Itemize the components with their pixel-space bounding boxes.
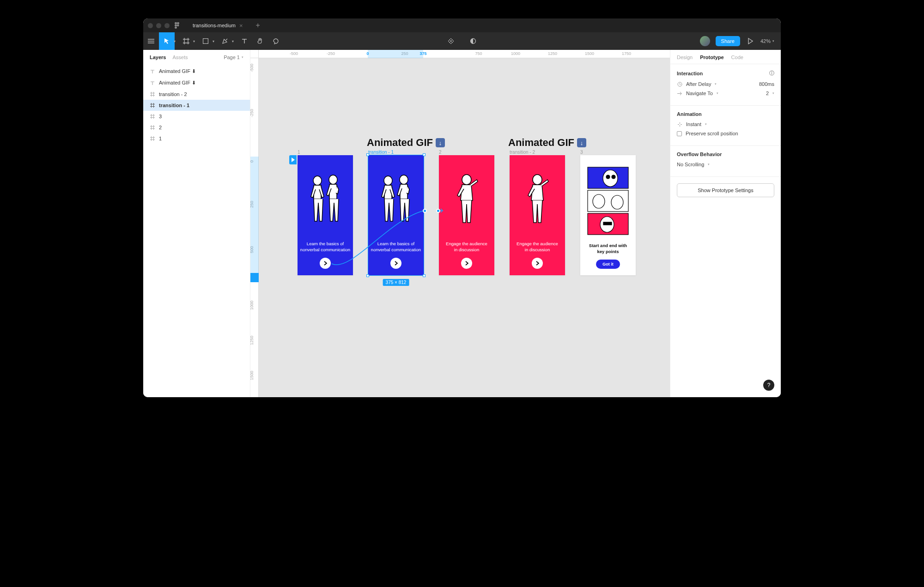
prototype-start-flag[interactable] [289,155,297,164]
svg-rect-2 [175,24,177,27]
prototype-node-out[interactable] [423,209,427,213]
shape-tool-dd[interactable]: ▾ [213,39,214,43]
frame-caption: Engage the audience in discussion [517,241,558,253]
mask-icon[interactable] [465,32,481,50]
svg-rect-0 [175,22,177,24]
svg-point-9 [384,176,392,185]
trigger-row[interactable]: After Delay▾ 800ms [677,81,774,87]
assets-tab[interactable]: Assets [172,54,188,60]
layer-row[interactable]: 1 [143,133,250,144]
got-it-button[interactable]: Got it [596,260,620,269]
layer-row[interactable]: transition - 2 [143,89,250,100]
frame-3[interactable]: Start and end with key points Got it [580,155,636,275]
layer-row[interactable]: Animated GIF ⬇ [143,77,250,89]
overflow-row[interactable]: No Scrolling▾ [677,162,774,167]
animation-type-row[interactable]: Instant▾ [677,121,774,127]
illustration [439,155,494,241]
next-button[interactable] [532,258,543,269]
heading-b: Animated GIF [508,137,574,149]
layer-row[interactable]: 2 [143,122,250,133]
frame-tool[interactable] [178,32,194,50]
canvas[interactable]: -500-25002503757501000125015001750 -500-… [250,50,670,397]
next-button[interactable] [461,258,472,269]
frame-tool-dd[interactable]: ▾ [193,39,195,43]
shape-tool[interactable] [198,32,213,50]
text-tool[interactable] [237,32,252,50]
show-prototype-settings-button[interactable]: Show Prototype Settings [677,183,774,197]
left-panel-header: Layers Assets Page 1▾ [143,50,250,64]
layers-tab[interactable]: Layers [150,54,166,60]
help-button[interactable]: ? [763,380,774,391]
close-dot[interactable] [148,23,153,28]
comment-tool[interactable] [268,32,284,50]
frame-transition-2[interactable]: Engage the audience in discussion [510,155,565,275]
svg-point-14 [603,170,618,187]
action-row[interactable]: Navigate To▾ 2▾ [677,91,774,96]
new-tab-button[interactable]: + [256,21,260,30]
trigger-value[interactable]: 800ms [759,81,774,87]
min-dot[interactable] [156,23,161,28]
max-dot[interactable] [164,23,170,28]
layer-row[interactable]: 3 [143,111,250,122]
section-title: Interactionⓘ [677,70,774,77]
page-label: Page 1 [224,54,240,60]
section-title: Animation [677,111,774,117]
prototype-tab[interactable]: Prototype [700,54,723,60]
file-tab[interactable]: transitions-medium × [189,22,247,29]
action-value[interactable]: 2▾ [766,91,774,96]
svg-point-8 [329,175,337,184]
frame-caption: Start and end with key points [589,243,627,255]
share-button[interactable]: Share [716,36,740,46]
avatar[interactable] [700,36,710,46]
ruler-horizontal: -500-25002503757501000125015001750 [259,50,670,58]
frame-content: Engage the audience in discussion [510,155,565,275]
prototype-node-in[interactable] [436,209,440,213]
svg-point-18 [593,194,605,208]
checkbox[interactable] [677,131,682,136]
main-menu-button[interactable] [143,32,159,50]
components-icon[interactable] [443,32,459,50]
frame-label[interactable]: 1 [298,150,300,155]
right-panel-tabs: Design Prototype Code [670,50,781,64]
frame-icon [150,103,155,108]
prototype-connector[interactable] [323,206,444,275]
code-tab[interactable]: Code [731,54,743,60]
frame-label[interactable]: transition - 2 [510,150,535,155]
svg-rect-22 [603,222,612,225]
heading-a: Animated GIF [367,137,433,149]
heading-text: Animated GIF↓ [508,137,586,149]
layer-row-selected[interactable]: transition - 1 [143,100,250,111]
page-dropdown[interactable]: Page 1▾ [224,54,243,60]
action-label: Navigate To [686,91,713,96]
present-button[interactable] [746,32,755,50]
arrow-down-emoji: ↓ [436,138,445,147]
toolbar-right: Share 42%▾ [700,32,781,50]
pen-tool-dd[interactable]: ▾ [232,39,234,43]
close-tab-icon[interactable]: × [239,22,243,29]
zoom-value: 42% [760,38,771,44]
frame-label[interactable]: 3 [580,150,583,155]
ruler-tick: 1250 [548,51,557,56]
svg-point-19 [611,195,623,209]
section-title: Overflow Behavior [677,151,774,157]
frame-2[interactable]: Engage the audience in discussion [439,155,494,275]
toolbar-center [443,32,481,50]
file-tab-label: transitions-medium [193,23,236,28]
design-tab[interactable]: Design [677,54,693,60]
layer-row[interactable]: Animated GIF ⬇ [143,66,250,77]
heading-text: Animated GIF↓ [367,137,445,149]
preserve-scroll-row[interactable]: Preserve scroll position [677,131,774,136]
frame-label-selected[interactable]: transition - 1 [368,150,394,155]
info-icon[interactable]: ⓘ [769,70,774,77]
text-icon [150,69,155,74]
canvas-stage[interactable]: Animated GIF↓ Animated GIF↓ 1 transition… [259,58,670,397]
frame-label[interactable]: 2 [439,150,442,155]
zoom-dropdown[interactable]: 42%▾ [760,38,774,44]
hand-tool[interactable] [252,32,268,50]
toolbar: ▾ ▾ ▾ ▾ Share 42%▾ [143,32,781,50]
frame-icon [150,125,155,130]
move-tool[interactable] [159,32,175,50]
ruler-tick: 1750 [622,51,631,56]
move-tool-dd[interactable]: ▾ [174,39,176,43]
pen-tool[interactable] [217,32,233,50]
